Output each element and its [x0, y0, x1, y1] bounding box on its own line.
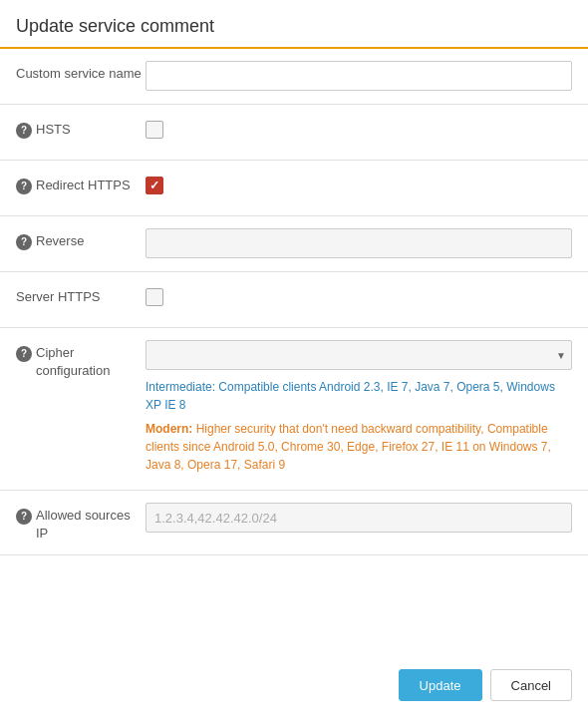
cipher-configuration-label: ? Cipher configuration — [16, 340, 146, 380]
allowed-sources-ip-label: ? Allowed sources IP — [16, 503, 146, 543]
reverse-label: ? Reverse — [16, 228, 146, 250]
redirect-https-control — [146, 173, 572, 194]
cipher-modern-label: Modern: — [146, 422, 192, 436]
hsts-label: ? HSTS — [16, 117, 146, 139]
hsts-control — [146, 117, 572, 139]
allowed-sources-ip-input[interactable] — [146, 503, 572, 533]
reverse-row: ? Reverse — [0, 216, 588, 272]
hsts-row: ? HSTS — [0, 105, 588, 161]
custom-service-name-control — [146, 61, 572, 91]
redirect-https-checkbox-wrapper — [146, 173, 163, 194]
cancel-button[interactable]: Cancel — [490, 669, 572, 701]
custom-service-name-input[interactable] — [146, 61, 572, 91]
server-https-control — [146, 284, 572, 306]
custom-service-name-label: Custom service name — [16, 61, 146, 83]
custom-service-name-row: Custom service name — [0, 49, 588, 105]
hsts-checkbox[interactable] — [146, 121, 163, 139]
hsts-checkbox-wrapper — [146, 117, 163, 139]
allowed-sources-ip-control — [146, 503, 572, 533]
allowed-sources-help-icon[interactable]: ? — [16, 509, 32, 525]
update-button[interactable]: Update — [399, 669, 482, 701]
server-https-row: Server HTTPS — [0, 272, 588, 328]
redirect-https-label: ? Redirect HTTPS — [16, 173, 146, 194]
cipher-help-icon[interactable]: ? — [16, 346, 32, 362]
redirect-https-row: ? Redirect HTTPS — [0, 161, 588, 216]
footer-buttons: Update Cancel — [383, 649, 588, 717]
cipher-configuration-row: ? Cipher configuration ▼ Intermediate: C… — [0, 328, 588, 491]
cipher-descriptions: Intermediate: Compatible clients Android… — [146, 370, 572, 478]
server-https-label: Server HTTPS — [16, 284, 146, 306]
cipher-configuration-control: ▼ Intermediate: Compatible clients Andro… — [146, 340, 572, 478]
page-title: Update service comment — [0, 0, 588, 49]
page-container: Update service comment Custom service na… — [0, 0, 588, 727]
cipher-select[interactable] — [146, 340, 572, 370]
redirect-https-help-icon[interactable]: ? — [16, 179, 32, 194]
reverse-help-icon[interactable]: ? — [16, 234, 32, 250]
server-https-checkbox-wrapper — [146, 284, 163, 306]
allowed-sources-ip-row: ? Allowed sources IP — [0, 491, 588, 555]
server-https-checkbox[interactable] — [146, 288, 163, 306]
hsts-help-icon[interactable]: ? — [16, 123, 32, 139]
reverse-control — [146, 228, 572, 258]
cipher-intermediate-text: Intermediate: Compatible clients Android… — [146, 378, 572, 414]
reverse-input[interactable] — [146, 228, 572, 258]
cipher-select-wrapper: ▼ — [146, 340, 572, 370]
redirect-https-checkbox[interactable] — [146, 177, 163, 194]
cipher-modern-text: Modern: Higher security that don't need … — [146, 420, 572, 474]
